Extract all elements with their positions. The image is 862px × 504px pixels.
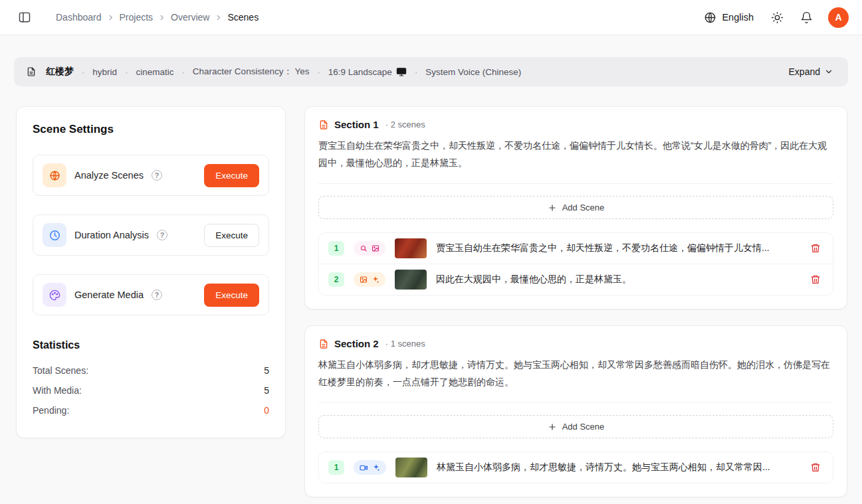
execute-duration-button[interactable]: Execute	[204, 224, 259, 247]
help-icon[interactable]: ?	[152, 290, 162, 300]
add-scene-button[interactable]: Add Scene	[318, 415, 833, 438]
section-description: 贾宝玉自幼生在荣华富贵之中，却天性叛逆，不爱功名仕途，偏偏钟情于儿女情长。他常说…	[318, 137, 833, 171]
delete-scene-button[interactable]	[808, 240, 823, 256]
language-switcher[interactable]: English	[699, 7, 759, 28]
scene-list: 1 贾宝玉自幼生在荣华富贵之中，却天性叛逆，不爱功名仕途，偏偏钟情于儿女情...	[318, 232, 833, 295]
sparkles-icon	[372, 463, 380, 471]
media-type-badge	[354, 241, 385, 256]
scene-row[interactable]: 1 贾宝玉自幼生在荣华富贵之中，却天性叛逆，不爱功名仕途，偏偏钟情于儿女情...	[319, 233, 833, 264]
scene-text: 林黛玉自小体弱多病，却才思敏捷，诗情万丈。她与宝玉两心相知，却又常常因...	[437, 462, 798, 473]
chevron-right-icon	[107, 14, 114, 21]
stat-total-scenes: Total Scenes: 5	[33, 362, 269, 379]
project-character-consistency: Character Consistency： Yes	[193, 66, 310, 78]
breadcrumb-scenes: Scenes	[227, 12, 259, 23]
scene-text: 贾宝玉自幼生在荣华富贵之中，却天性叛逆，不爱功名仕途，偏偏钟情于儿女情...	[436, 242, 798, 254]
search-icon	[360, 244, 368, 252]
topbar-actions: English A	[699, 6, 849, 29]
statistics-title: Statistics	[33, 339, 269, 351]
project-summary-bar: 红楼梦 · hybrid · cinematic · Character Con…	[14, 57, 848, 86]
scene-row[interactable]: 1 林黛玉自小体弱多病，却才思敏捷，诗情万丈。她与宝玉两心相知，却又常常因...	[319, 452, 833, 483]
project-style: cinematic	[136, 67, 173, 77]
palette-icon	[43, 283, 66, 307]
action-generate-media: Generate Media ? Execute	[33, 274, 269, 315]
project-voice: System Voice (Chinese)	[425, 67, 521, 77]
plus-icon	[548, 422, 557, 432]
chevron-right-icon	[215, 14, 222, 21]
video-icon	[360, 463, 368, 472]
expand-label: Expand	[789, 66, 820, 77]
notifications-button[interactable]	[795, 6, 817, 29]
meta-separator: ·	[182, 67, 185, 77]
scene-settings-panel: Scene Settings Analyze Scenes ? Execute …	[16, 106, 286, 438]
scene-text: 因此在大观园中，最懂他心思的，正是林黛玉。	[436, 274, 798, 286]
scene-row[interactable]: 2 因此在大观园中，最懂他心思的，正是林黛玉。	[319, 264, 833, 295]
scene-number-badge: 2	[328, 272, 344, 287]
scene-thumbnail[interactable]	[395, 238, 427, 258]
meta-separator: ·	[317, 67, 320, 77]
scene-number-badge: 1	[328, 241, 344, 256]
stat-pending: Pending: 0	[33, 402, 269, 419]
sidebar-toggle-icon	[18, 11, 31, 24]
add-scene-button[interactable]: Add Scene	[318, 196, 833, 219]
sun-icon	[771, 11, 784, 24]
section-description: 林黛玉自小体弱多病，却才思敏捷，诗情万丈。她与宝玉两心相知，却又常常因多愁善感而…	[318, 356, 833, 390]
action-analyze-scenes: Analyze Scenes ? Execute	[33, 155, 269, 196]
monitor-icon	[396, 66, 407, 77]
help-icon[interactable]: ?	[152, 170, 162, 181]
breadcrumb-projects[interactable]: Projects	[120, 12, 154, 23]
stat-with-media: With Media: 5	[33, 382, 269, 399]
scene-number-badge: 1	[328, 460, 344, 475]
project-title: 红楼梦	[46, 66, 74, 78]
document-icon	[318, 120, 329, 130]
sparkles-icon	[372, 276, 379, 284]
help-icon[interactable]: ?	[157, 230, 167, 240]
action-label: Analyze Scenes	[74, 170, 144, 181]
trash-icon	[810, 274, 821, 285]
divider	[318, 402, 833, 403]
section-scene-count: · 1 scenes	[385, 339, 425, 349]
section-scene-count: · 2 scenes	[385, 120, 425, 129]
trash-icon	[810, 243, 821, 254]
action-duration-analysis: Duration Analysis ? Execute	[33, 214, 269, 256]
topbar: Dashboard Projects Overview Scenes Engli…	[0, 0, 862, 35]
main-content: Scene Settings Analyze Scenes ? Execute …	[0, 86, 862, 497]
scene-list: 1 林黛玉自小体弱多病，却才思敏捷，诗情万丈。她与宝玉两心相知，却又常常因...	[318, 452, 833, 483]
sections-column: Section 1 · 2 scenes 贾宝玉自幼生在荣华富贵之中，却天性叛逆…	[304, 106, 847, 497]
delete-scene-button[interactable]	[808, 272, 823, 288]
globe-icon	[704, 11, 716, 24]
document-icon	[318, 339, 329, 349]
panel-title: Scene Settings	[33, 123, 269, 136]
theme-toggle-button[interactable]	[766, 6, 788, 29]
execute-generate-button[interactable]: Execute	[204, 284, 259, 307]
breadcrumb-dashboard[interactable]: Dashboard	[56, 12, 102, 23]
meta-separator: ·	[82, 67, 84, 77]
action-label: Generate Media	[74, 290, 144, 300]
execute-analyze-button[interactable]: Execute	[204, 164, 259, 187]
section-header: Section 2 · 1 scenes	[318, 338, 833, 349]
project-mode: hybrid	[92, 67, 117, 77]
breadcrumb-overview[interactable]: Overview	[171, 12, 209, 23]
sidebar-toggle-button[interactable]	[13, 6, 36, 29]
project-aspect-ratio: 16:9 Landscape	[328, 66, 407, 77]
divider	[318, 183, 833, 184]
image-icon	[372, 244, 379, 252]
plus-icon	[548, 203, 557, 212]
expand-button[interactable]: Expand	[786, 62, 836, 81]
section-card-2: Section 2 · 1 scenes 林黛玉自小体弱多病，却才思敏捷，诗情万…	[304, 325, 847, 497]
language-label: English	[722, 12, 754, 23]
image-icon	[360, 276, 368, 284]
trash-icon	[810, 462, 821, 473]
chevron-down-icon	[824, 67, 833, 76]
meta-separator: ·	[415, 67, 417, 77]
section-title: Section 1	[334, 119, 379, 130]
section-card-1: Section 1 · 2 scenes 贾宝玉自幼生在荣华富贵之中，却天性叛逆…	[304, 106, 847, 309]
document-icon	[26, 66, 37, 77]
action-label: Duration Analysis	[74, 230, 149, 240]
scene-thumbnail[interactable]	[395, 270, 427, 290]
chevron-right-icon	[158, 14, 165, 21]
section-title: Section 2	[334, 338, 379, 349]
avatar[interactable]: A	[828, 7, 849, 28]
delete-scene-button[interactable]	[808, 460, 823, 475]
media-type-badge	[354, 460, 386, 475]
scene-thumbnail[interactable]	[395, 458, 427, 477]
